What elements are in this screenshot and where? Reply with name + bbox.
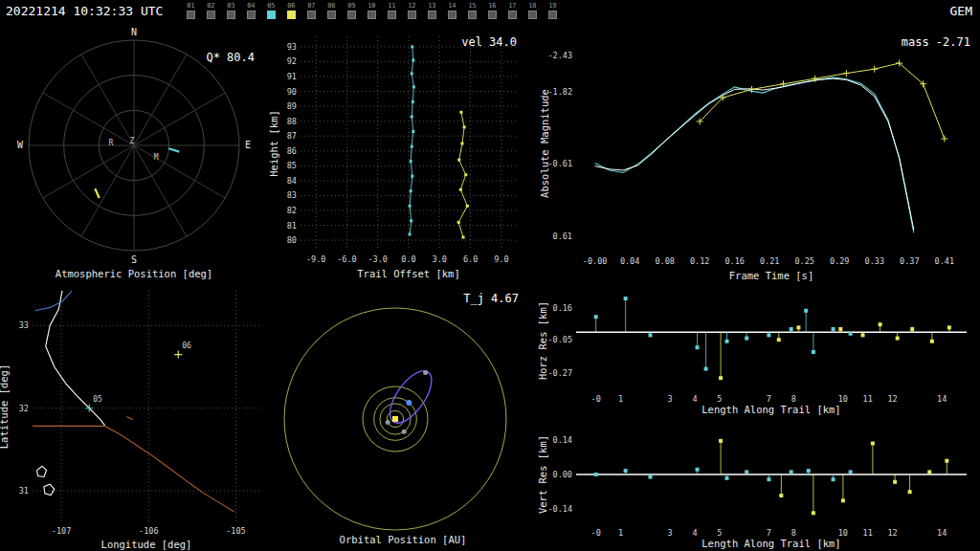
compass-e: E: [245, 140, 251, 150]
y-axis-label: Horz Res [km]: [538, 301, 548, 380]
station-05-point: [832, 477, 835, 481]
station-06-point: [893, 480, 897, 484]
y-tick-label: -0.61: [547, 159, 572, 168]
station-06-point: [879, 322, 882, 326]
frame-box-07[interactable]: [307, 11, 316, 19]
station-06-point: [719, 439, 723, 443]
timestamp: 20221214 10:32:33 UTC: [6, 2, 163, 21]
frame-item-14: 14: [447, 3, 457, 19]
station-05-point: [704, 367, 708, 371]
frame-box-05[interactable]: [267, 11, 276, 19]
map-feature-border-river: [105, 426, 234, 511]
x-tick-label: -0: [591, 528, 601, 538]
frame-box-06[interactable]: [287, 11, 296, 19]
panel-orbital-position: T_j 4.67Orbital Position [AU]: [268, 283, 538, 551]
station-05-point: [767, 477, 770, 481]
frame-box-01[interactable]: [187, 11, 195, 19]
station-06-point: [779, 494, 783, 497]
y-tick-label: 82: [287, 206, 297, 215]
frame-item-17: 17: [507, 3, 517, 19]
frame-box-09[interactable]: [347, 11, 356, 19]
body-earth: [406, 400, 412, 406]
x-tick-label: 3.0: [433, 254, 447, 264]
x-tick-label: 0.04: [620, 256, 639, 266]
sun-marker: [392, 416, 398, 422]
topbar: 20221214 10:32:33 UTC 010203040506070809…: [0, 0, 980, 23]
x-tick-label: 8: [791, 394, 796, 404]
frame-box-16[interactable]: [488, 11, 497, 19]
station-06-line: [700, 63, 945, 139]
polar-annotation-R: R: [108, 139, 113, 147]
station-05-point: [409, 232, 412, 235]
frame-box-10[interactable]: [368, 11, 376, 19]
frame-item-10: 10: [367, 3, 376, 19]
station-06-point: [896, 337, 900, 341]
frame-box-03[interactable]: [227, 11, 235, 19]
frame-box-04[interactable]: [247, 11, 256, 19]
polar-annotation-M: M: [154, 153, 159, 162]
y-tick-label: 93: [287, 42, 297, 52]
frame-item-03: 03: [226, 3, 235, 19]
y-tick-label: 84: [287, 176, 297, 186]
frame-box-14[interactable]: [448, 11, 457, 19]
x-tick-label: 6.0: [463, 254, 478, 264]
station-05-point: [745, 337, 748, 341]
polar-spoke: [134, 145, 225, 198]
trail-offset-plot: -9.0-6.0-3.00.03.06.09.08081828384858687…: [268, 23, 538, 283]
frame-box-02[interactable]: [207, 11, 215, 19]
frame-box-08[interactable]: [327, 11, 336, 19]
polar-annotation-Z: Z: [129, 137, 134, 145]
station-06-point: [464, 173, 467, 176]
frame-box-19[interactable]: [548, 11, 557, 19]
station-05-point: [696, 468, 700, 472]
axis-caption: Atmospheric Position [deg]: [56, 268, 212, 279]
y-tick-label: 86: [287, 146, 297, 156]
ground-map-plot: -107-106-105313233Longitude [deg]Latitud…: [0, 283, 268, 551]
station-05-point: [410, 189, 412, 192]
station-06-point: [947, 325, 951, 329]
x-tick-label: 8: [791, 528, 796, 538]
atmospheric-position-plot: NSEWRZMQ* 80.4Atmospheric Position [deg]: [0, 23, 268, 283]
station-05-point: [624, 469, 628, 473]
x-axis-label: Frame Time [s]: [729, 270, 814, 281]
panel-atmospheric-position: NSEWRZMQ* 80.4Atmospheric Position [deg]: [0, 23, 268, 283]
panel-title: T_j 4.67: [463, 292, 519, 305]
frame-box-15[interactable]: [468, 11, 477, 19]
axis-caption: Orbital Position [AU]: [340, 534, 467, 545]
frame-box-13[interactable]: [428, 11, 436, 19]
station-05-point: [411, 175, 413, 178]
station-05-point: [807, 469, 811, 473]
frame-item-02: 02: [206, 3, 215, 19]
station-06-point: [812, 511, 815, 515]
frame-number: 16: [488, 3, 496, 10]
station-05-point: [412, 100, 414, 103]
station-05-point: [790, 470, 793, 474]
x-tick-label: 1: [618, 528, 623, 538]
station-06-point: [466, 205, 469, 208]
station-05-point: [411, 145, 413, 148]
frame-number: 02: [207, 3, 214, 10]
panel-trail-offset: -9.0-6.0-3.00.03.06.09.08081828384858687…: [268, 23, 538, 283]
frame-item-13: 13: [427, 3, 436, 19]
x-tick-label: 14: [937, 394, 947, 404]
station-05-point: [411, 72, 413, 75]
x-tick-label: 7: [767, 528, 771, 538]
station-05-point: [410, 219, 412, 222]
frame-box-12[interactable]: [408, 11, 416, 19]
station-06-point: [457, 221, 460, 224]
frame-selector: 01020304050607080910111213141516171819: [186, 3, 557, 19]
frame-box-18[interactable]: [528, 11, 537, 19]
frame-box-11[interactable]: [388, 11, 396, 19]
x-tick-label: 11: [863, 528, 873, 538]
meteor-track-06: [95, 188, 99, 198]
frame-number: 05: [267, 3, 275, 10]
x-tick-label: 3: [668, 394, 673, 404]
frame-number: 01: [187, 3, 194, 10]
x-axis-label: Length Along Trail [km]: [702, 404, 840, 415]
x-axis-label: Trail Offset [km]: [357, 268, 459, 279]
y-tick-label: 0.16: [553, 303, 572, 313]
y-tick-label: 0.61: [553, 231, 572, 241]
station-06-point: [871, 66, 878, 73]
polar-spoke: [134, 145, 187, 236]
frame-box-17[interactable]: [508, 11, 517, 19]
